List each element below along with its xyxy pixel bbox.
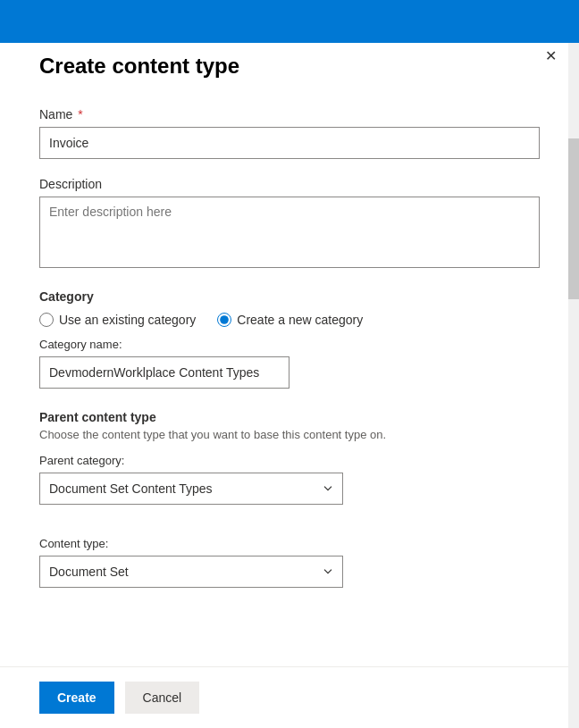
description-field-group: Description xyxy=(39,177,540,272)
top-bar xyxy=(0,0,579,43)
description-label: Description xyxy=(39,177,540,191)
close-button[interactable]: ✕ xyxy=(538,43,563,68)
parent-category-wrapper: Document Set Content Types xyxy=(39,473,343,505)
category-group: Category Use an existing category Create… xyxy=(39,289,540,389)
modal-container: ✕ Create content type Name * Description… xyxy=(0,0,579,728)
parent-category-select[interactable]: Document Set Content Types xyxy=(39,473,343,505)
parent-category-label: Parent category: xyxy=(39,454,540,467)
content-type-group: Content type: Document Set xyxy=(39,537,540,602)
modal-footer: Create Cancel xyxy=(0,666,579,728)
name-label: Name * xyxy=(39,107,540,121)
modal-content: Create content type Name * Description C… xyxy=(0,0,579,666)
category-radio-group: Use an existing category Create a new ca… xyxy=(39,313,540,327)
name-field-group: Name * xyxy=(39,107,540,159)
create-button[interactable]: Create xyxy=(39,682,114,714)
radio-existing-label: Use an existing category xyxy=(59,313,196,327)
radio-existing-input[interactable] xyxy=(39,313,54,327)
radio-new-category[interactable]: Create a new category xyxy=(217,313,363,327)
close-icon: ✕ xyxy=(545,47,557,64)
content-type-wrapper: Document Set xyxy=(39,556,343,588)
scrollbar-track xyxy=(568,0,579,728)
content-type-label: Content type: xyxy=(39,537,540,550)
parent-content-type-title: Parent content type xyxy=(39,410,540,424)
radio-new-label: Create a new category xyxy=(237,313,363,327)
required-asterisk: * xyxy=(74,107,82,121)
parent-content-type-desc: Choose the content type that you want to… xyxy=(39,428,540,441)
parent-content-type-section: Parent content type Choose the content t… xyxy=(39,410,540,602)
category-name-group: Category name: xyxy=(39,338,540,389)
parent-category-group: Parent category: Document Set Content Ty… xyxy=(39,454,540,519)
modal-title: Create content type xyxy=(39,54,540,79)
category-name-input[interactable] xyxy=(39,356,290,389)
description-textarea[interactable] xyxy=(39,197,540,268)
radio-existing-category[interactable]: Use an existing category xyxy=(39,313,196,327)
cancel-button[interactable]: Cancel xyxy=(125,682,200,714)
category-name-label: Category name: xyxy=(39,338,540,351)
name-input[interactable] xyxy=(39,127,540,159)
content-type-select[interactable]: Document Set xyxy=(39,556,343,588)
radio-new-input[interactable] xyxy=(217,313,231,327)
category-section-label: Category xyxy=(39,289,540,304)
scrollbar-thumb[interactable] xyxy=(568,138,579,299)
